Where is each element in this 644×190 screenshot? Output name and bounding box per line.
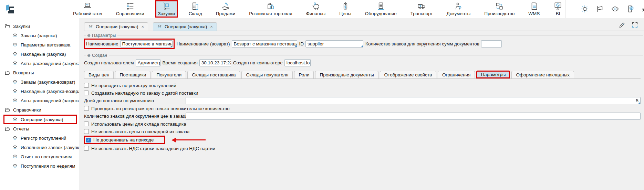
sidebar-item-operations-purchase[interactable]: Операции (закупка) xyxy=(3,115,77,124)
created-by-input[interactable]: Администра xyxy=(136,59,160,66)
check-icon: ✓ xyxy=(87,138,90,142)
sidebar-item-invoices-purchase-return[interactable]: Накладные (закупка-возврат) xyxy=(0,87,79,96)
finance-icon xyxy=(311,2,320,11)
sidebar-item-discrepancy-acts-purchase[interactable]: Акты расхождений (закупка) xyxy=(0,59,79,68)
sidebar-item-invoices-purchase[interactable]: Накладные (закупка) xyxy=(0,50,79,59)
settings-icon[interactable] xyxy=(641,5,644,13)
toolbar-item-warehouse[interactable]: Склад xyxy=(186,0,205,18)
layers-icon xyxy=(12,98,18,104)
toolbar-item-sales[interactable]: Продажи xyxy=(213,0,238,18)
checkbox-create-invoice-by-order[interactable] xyxy=(84,91,89,95)
tab-parameters[interactable]: Параметры xyxy=(476,71,510,78)
checkbox-use-supplier-warehouse-prices[interactable] xyxy=(84,122,89,126)
prices-icon xyxy=(341,2,350,11)
doc-sum-rounding-input[interactable] xyxy=(481,40,502,48)
toolbar-item-desktop[interactable]: Рабочий стол xyxy=(70,0,105,18)
sidebar-item-receipt-register[interactable]: Регистр поступлений xyxy=(0,134,79,143)
tab-price-types[interactable]: Виды цен xyxy=(84,71,114,78)
created-fields-row: Создан пользователем Администра Время со… xyxy=(84,59,644,66)
tab-property-display[interactable]: Отображение свойств xyxy=(380,71,437,78)
checkbox-positive-qty-price-registers[interactable] xyxy=(84,106,89,111)
sidebar-folder-reports[interactable]: Отчеты xyxy=(0,124,79,134)
tab-supplier-warehouses[interactable]: Склады поставщика xyxy=(187,71,240,78)
return-name-input[interactable]: Возврат с магазина поставщику xyxy=(232,40,297,48)
bi-icon xyxy=(553,2,562,11)
sidebar-item-autoorder-params[interactable]: Параметры автозаказа xyxy=(0,40,79,50)
toolbar-right-actions xyxy=(565,0,644,18)
option-row: Количество знаков для округления цен в з… xyxy=(84,113,641,120)
fullscreen-icon[interactable] xyxy=(631,21,638,29)
checkbox-no-revaluation-on-receipt[interactable]: ✓ xyxy=(86,138,91,142)
toolbar-item-transport[interactable]: Транспорт xyxy=(408,0,436,18)
toolbar-item-label: Финансы xyxy=(306,11,326,16)
created-by-label: Создан пользователем xyxy=(84,60,134,65)
folder-icon xyxy=(4,107,10,113)
toolbar-item-wms[interactable]: WMS xyxy=(526,0,542,18)
sidebar-item-request-fulfillment[interactable]: Исполнение заявок (закупка) xyxy=(0,143,79,152)
doc-tab-operation-purchase[interactable]: Операция (закупка) × xyxy=(153,22,217,31)
toolbar-item-equipment[interactable]: Оборудование xyxy=(362,0,399,18)
toolbar-item-documents[interactable]: Документы xyxy=(444,0,474,18)
edit-pencil-icon[interactable] xyxy=(619,21,626,29)
collapse-icon[interactable]: ⊖ xyxy=(87,53,91,58)
sidebar-item-orders-purchase[interactable]: Заказы (закупка) xyxy=(0,31,79,40)
flag-icon[interactable] xyxy=(596,5,604,13)
layers-icon xyxy=(157,24,162,29)
sidebar-item-discrepancy-acts-purchase-return[interactable]: Акты расхождений (закупка-возврат) xyxy=(0,96,79,105)
sidebar-item-receipts-report[interactable]: Отчет по поступлениям xyxy=(0,152,79,161)
sidebar-folder-returns[interactable]: Возвраты xyxy=(0,68,79,77)
layers-icon xyxy=(12,163,18,169)
doc-tab-operations-purchase[interactable]: Операции (закупка) × xyxy=(84,22,148,31)
toolbar-item-production[interactable]: Производство xyxy=(481,0,517,18)
collapse-icon[interactable]: ⊖ xyxy=(87,33,91,38)
sidebar-folder-purchases[interactable]: Закупки xyxy=(0,22,79,31)
option-row: Создавать накладную по заказу с датой по… xyxy=(84,89,641,96)
purchases-icon xyxy=(162,2,171,11)
feedback-icon[interactable] xyxy=(626,5,634,13)
tab-restrictions[interactable]: Ограничения xyxy=(438,71,475,78)
toolbar-item-label: Производство xyxy=(484,11,515,16)
checkbox-no-vat-from-invoice-lines[interactable] xyxy=(84,146,89,151)
name-input[interactable]: Поступление в магазин от поставщика xyxy=(120,40,173,48)
doc-sum-rounding-label: Количество знаков для округления сумм до… xyxy=(365,41,479,46)
sidebar-item-receipts-by-week[interactable]: Поступления по неделям xyxy=(0,161,79,171)
option-row: Использовать цены для склада поставщика xyxy=(84,120,641,127)
retail-icon xyxy=(266,2,275,11)
default-delivery-days-input[interactable]: 5 xyxy=(186,97,641,104)
id-input[interactable]: supplier xyxy=(305,40,363,48)
tab-customer-warehouses[interactable]: Склады покупателя xyxy=(241,71,293,78)
wms-icon xyxy=(530,2,539,11)
toolbar-item-purchases[interactable]: Закупки xyxy=(155,0,178,18)
close-icon[interactable]: × xyxy=(210,24,213,29)
brightness-icon[interactable] xyxy=(581,5,589,13)
layers-icon xyxy=(12,79,18,85)
toolbar-item-bi[interactable]: BI xyxy=(551,0,565,18)
toolbar-item-retail[interactable]: Розничная торговля xyxy=(246,0,295,18)
tab-derived-documents[interactable]: Производные документы xyxy=(315,71,378,78)
group-title: Параметры xyxy=(92,33,116,38)
sidebar-item-orders-purchase-return[interactable]: Заказы (закупка-возврат) xyxy=(0,77,79,87)
created-computer-field: Создан на компьютере localhost.loca xyxy=(233,59,311,66)
created-computer-input[interactable]: localhost.loca xyxy=(284,59,311,66)
close-icon[interactable]: × xyxy=(141,24,144,29)
parameters-options: Не проводить по регистру поступлений Соз… xyxy=(84,82,641,152)
settings-tabbar: Виды цен Поставщики Покупатели Склады по… xyxy=(84,71,641,79)
tab-customers[interactable]: Покупатели xyxy=(152,71,186,78)
return-name-field: Наименование (возврат) Возврат с магазин… xyxy=(177,40,297,48)
toolbar-item-finance[interactable]: Финансы xyxy=(303,0,329,18)
documents-icon xyxy=(454,2,463,11)
tab-roles[interactable]: Роли xyxy=(294,71,314,78)
sidebar-folder-catalogs[interactable]: Справочники xyxy=(0,105,79,115)
eye-icon[interactable] xyxy=(611,5,619,13)
group-header-parameters: ⊖ Параметры xyxy=(84,33,644,38)
toolbar-item-prices[interactable]: Цены xyxy=(336,0,354,18)
toolbar-item-catalogs[interactable]: Справочники xyxy=(113,0,147,18)
created-time-input[interactable]: 30.10.23 17:22 xyxy=(199,59,231,66)
price-rounding-digits-input[interactable] xyxy=(186,113,641,120)
tab-suppliers[interactable]: Поставщики xyxy=(115,71,150,78)
folder-icon xyxy=(4,23,10,29)
checkbox-no-order-prices-in-invoice[interactable] xyxy=(84,129,89,134)
layers-icon xyxy=(12,61,18,66)
checkbox-no-receipt-register[interactable] xyxy=(84,83,89,88)
tab-invoice-formatting[interactable]: Оформление накладных xyxy=(511,71,574,78)
